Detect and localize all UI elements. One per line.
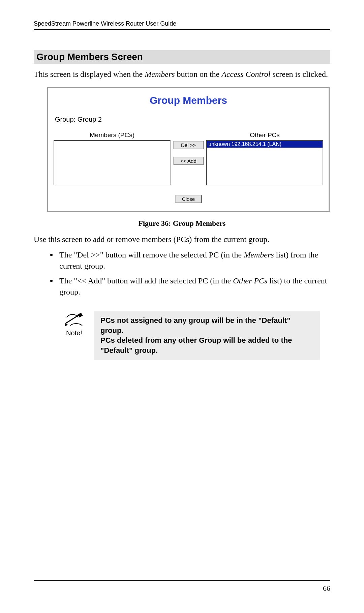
other-pcs-listbox[interactable]: unknown 192.168.254.1 (LAN): [206, 140, 323, 185]
intro-text: screen is clicked.: [270, 70, 328, 79]
intro-text: button on the: [175, 70, 222, 79]
del-button[interactable]: Del >>: [173, 141, 204, 149]
bullet-italic: Members: [244, 250, 274, 259]
bullet-italic: Other PCs: [233, 276, 267, 285]
members-list-label: Members (PCs): [54, 131, 171, 139]
intro-text: This screen is displayed when the: [34, 70, 145, 79]
intro-paragraph: This screen is displayed when the Member…: [34, 70, 330, 79]
group-name: Group 2: [78, 116, 102, 123]
note-line: PCs deleted from any other Group will be…: [100, 335, 314, 355]
usage-intro: Use this screen to add or remove members…: [34, 234, 330, 245]
note-line: PCs not assigned to any group will be in…: [100, 315, 314, 335]
note-label: Note!: [61, 329, 88, 337]
members-listbox[interactable]: [54, 140, 171, 185]
running-header: SpeedStream Powerline Wireless Router Us…: [34, 20, 330, 30]
intro-italic-access-control: Access Control: [221, 70, 270, 79]
note-icon: Note!: [61, 311, 88, 337]
intro-italic-members: Members: [145, 70, 175, 79]
usage-bullets: The "Del >>" button will remove the sele…: [34, 249, 330, 297]
screenshot-title: Group Members: [54, 95, 323, 106]
footer-rule: [34, 580, 330, 581]
figure-caption: Figure 36: Group Members: [34, 219, 330, 228]
other-pcs-list-label: Other PCs: [206, 131, 323, 139]
bullet-text: The "Del >>" button will remove the sele…: [59, 250, 244, 259]
list-item: The "<< Add" button will add the selecte…: [57, 275, 330, 297]
note-text: PCs not assigned to any group will be in…: [94, 311, 320, 360]
group-label: Group: Group 2: [55, 116, 323, 123]
page-number: 66: [323, 584, 330, 593]
add-button[interactable]: << Add: [173, 157, 204, 165]
screenshot-panel: Group Members Group: Group 2 Members (PC…: [47, 87, 330, 212]
section-heading: Group Members Screen: [34, 50, 330, 64]
group-prefix: Group:: [55, 116, 78, 123]
note-block: Note! PCs not assigned to any group will…: [61, 311, 320, 360]
list-item[interactable]: unknown 192.168.254.1 (LAN): [207, 141, 323, 148]
close-button[interactable]: Close: [175, 195, 202, 203]
list-item: The "Del >>" button will remove the sele…: [57, 249, 330, 271]
bullet-text: The "<< Add" button will add the selecte…: [59, 276, 233, 285]
